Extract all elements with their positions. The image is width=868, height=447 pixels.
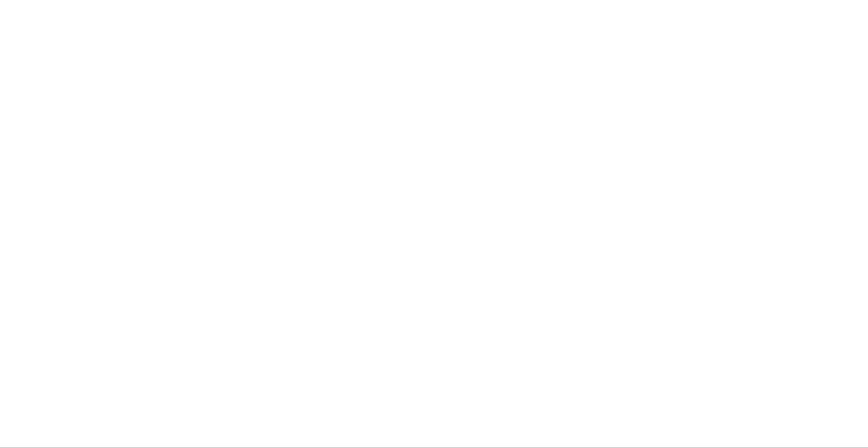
flowchart-canvas (0, 0, 52, 26)
